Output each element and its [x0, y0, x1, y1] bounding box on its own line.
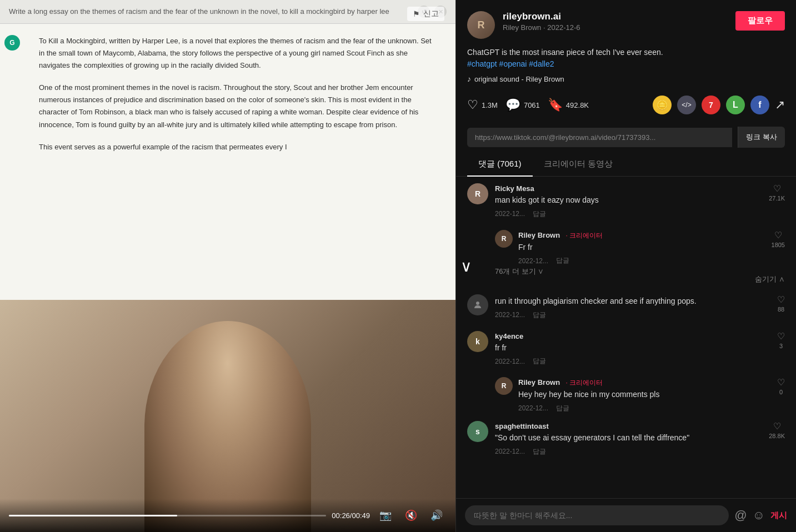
- comment-username: spaghettintoast: [495, 422, 549, 430]
- like-heart-icon[interactable]: ♡: [777, 331, 785, 342]
- likes-count: 1.3M: [482, 101, 498, 109]
- comment-icon[interactable]: 💬: [505, 98, 520, 112]
- creator-name-date: Riley Brown · 2022-12-6: [503, 23, 728, 32]
- emoji-icon[interactable]: ☺: [753, 508, 765, 523]
- reply-avatar: R: [495, 230, 513, 248]
- time-display: 00:26/00:49: [332, 511, 370, 520]
- reply-like-count: 1805: [772, 242, 785, 248]
- 7eleven-icon[interactable]: 7: [702, 96, 720, 114]
- link-copy-button[interactable]: 링크 복사: [738, 127, 785, 148]
- comment-date: 2022-12...: [495, 358, 525, 365]
- like-count: 28.8K: [769, 433, 785, 439]
- follow-button[interactable]: 팔로우: [735, 11, 785, 31]
- creator-username[interactable]: rileybrown.ai: [503, 11, 728, 22]
- comments-count: 7061: [524, 101, 540, 109]
- creator-section: R rileybrown.ai Riley Brown · 2022-12-6 …: [456, 0, 796, 47]
- tab-creator-videos[interactable]: 크리에이터 동영상: [533, 152, 624, 176]
- comment-input[interactable]: [465, 505, 729, 525]
- view-more-button[interactable]: 76개 더 보기 ∨: [495, 267, 544, 277]
- comment-like: ♡ 28.8K: [769, 421, 785, 456]
- comment-meta: 2022-12... 답글: [495, 310, 770, 320]
- comment-item: s spaghettintoast "So don't use ai essay…: [467, 421, 785, 456]
- reply-text: Hey hey hey be nice in my comments pls: [518, 389, 772, 400]
- comment-reply-btn[interactable]: 답글: [533, 209, 546, 219]
- chatgpt-icon: G: [4, 35, 20, 51]
- replies-indent: R Riley Brown · 크리에이터 Fr fr 2022-12... 답…: [495, 230, 785, 286]
- reply-body: Riley Brown · 크리에이터 Hey hey hey be nice …: [518, 377, 772, 413]
- coin-icon[interactable]: 🪙: [653, 96, 672, 114]
- essay-text: To Kill a Mockingbird, written by Harper…: [39, 35, 439, 153]
- link-input[interactable]: [467, 128, 732, 147]
- line-icon[interactable]: L: [726, 96, 745, 114]
- comment-avatar: s: [467, 421, 488, 442]
- no-music-icon[interactable]: 🔇: [401, 505, 421, 525]
- comment-avatar: k: [467, 331, 488, 352]
- bookmarks-group: 🔖 492.8K: [548, 98, 589, 112]
- creator-avatar: R: [467, 11, 495, 39]
- caption-sound: ♪ original sound - Riley Brown: [467, 74, 785, 83]
- essay-paragraph-3: This event serves as a powerful example …: [39, 141, 439, 153]
- reply-avatar: R: [495, 377, 513, 395]
- reply-btn[interactable]: 답글: [556, 404, 569, 413]
- reply-heart-icon[interactable]: ♡: [777, 377, 785, 388]
- scroll-chevron[interactable]: ∨: [460, 257, 472, 275]
- comment-reply-btn[interactable]: 답글: [533, 310, 546, 320]
- report-button[interactable]: ⚑ 신고: [407, 7, 444, 21]
- reply-btn[interactable]: 답글: [556, 256, 569, 265]
- reply-like: ♡ 0: [777, 377, 785, 413]
- action-buttons: ♡ 1.3M 💬 7061 🔖 492.8K 🪙 </> 7 L f ↗: [456, 90, 796, 122]
- caption-hashtags[interactable]: #chatgpt #openai #dalle2: [467, 59, 554, 68]
- caption-main: ChatGPT is the most insane piece of tech…: [467, 48, 663, 57]
- comment-input-section: @ ☺ 게시: [456, 498, 796, 532]
- video-controls: 00:26/00:49 📷 🔇 🔊: [0, 499, 455, 532]
- essay-paragraph-2: One of the most prominent themes in the …: [39, 82, 439, 131]
- music-icon: ♪: [467, 74, 471, 83]
- reply-meta: 2022-12... 답글: [518, 256, 766, 265]
- facebook-icon[interactable]: f: [750, 96, 769, 114]
- mention-icon[interactable]: @: [734, 508, 747, 523]
- svg-point-0: [476, 302, 479, 305]
- reply-date: 2022-12...: [518, 404, 548, 412]
- embed-icon[interactable]: </>: [677, 96, 696, 114]
- likes-group: ♡ 1.3M: [467, 98, 498, 112]
- comment-avatar-empty: [467, 294, 488, 315]
- comment-date: 2022-12...: [495, 448, 525, 455]
- like-heart-icon[interactable]: ♡: [773, 421, 781, 431]
- essay-paragraph-1: To Kill a Mockingbird, written by Harper…: [39, 35, 439, 72]
- comment-reply-btn[interactable]: 답글: [533, 447, 546, 456]
- progress-bar[interactable]: [9, 515, 326, 516]
- sound-label: original sound - Riley Brown: [474, 75, 564, 83]
- camera-icon[interactable]: 📷: [376, 505, 396, 525]
- creator-display-name: Riley Brown: [503, 23, 541, 32]
- creator-badge: · 크리에이터: [566, 379, 603, 387]
- comment-body: ky4ence fr fr 2022-12... 답글: [495, 331, 770, 367]
- comment-meta: 2022-12... 답글: [495, 357, 770, 366]
- bookmark-icon[interactable]: 🔖: [548, 98, 563, 112]
- reply-username: Riley Brown: [518, 378, 560, 387]
- creator-info: rileybrown.ai Riley Brown · 2022-12-6: [503, 11, 728, 32]
- reply-like: ♡ 1805: [772, 230, 785, 266]
- volume-icon[interactable]: 🔊: [427, 505, 447, 525]
- creator-badge: · 크리에이터: [566, 232, 603, 239]
- comments-list: R Ricky Mesa man kids got it eazy now da…: [456, 177, 796, 498]
- hide-replies-button[interactable]: 숨기기 ∧: [755, 274, 785, 284]
- webcam-view: 00:26/00:49 📷 🔇 🔊: [0, 300, 455, 532]
- reply-date: 2022-12...: [518, 257, 548, 265]
- tab-comments[interactable]: 댓글 (7061): [467, 152, 533, 176]
- like-heart-icon[interactable]: ♡: [777, 294, 785, 305]
- comment-reply-btn[interactable]: 답글: [533, 357, 546, 366]
- comment-body: run it through plagiarism checker and se…: [495, 294, 770, 320]
- essay-content: G To Kill a Mockingbird, written by Harp…: [0, 24, 455, 300]
- reply-like-count: 0: [779, 389, 783, 395]
- reply-text: Fr fr: [518, 242, 766, 253]
- sub-comment: R Riley Brown · 크리에이터 Hey hey hey be nic…: [495, 377, 785, 413]
- like-heart-icon[interactable]: ♡: [773, 183, 781, 194]
- reply-meta: 2022-12... 답글: [518, 404, 772, 413]
- comment-text: fr fr: [495, 343, 770, 354]
- like-count: 3: [779, 343, 783, 349]
- chevron-down-icon: ∨: [460, 258, 472, 275]
- reply-heart-icon[interactable]: ♡: [774, 230, 782, 240]
- heart-icon[interactable]: ♡: [467, 98, 478, 112]
- post-button[interactable]: 게시: [770, 510, 787, 521]
- share-icon[interactable]: ↗: [775, 98, 785, 112]
